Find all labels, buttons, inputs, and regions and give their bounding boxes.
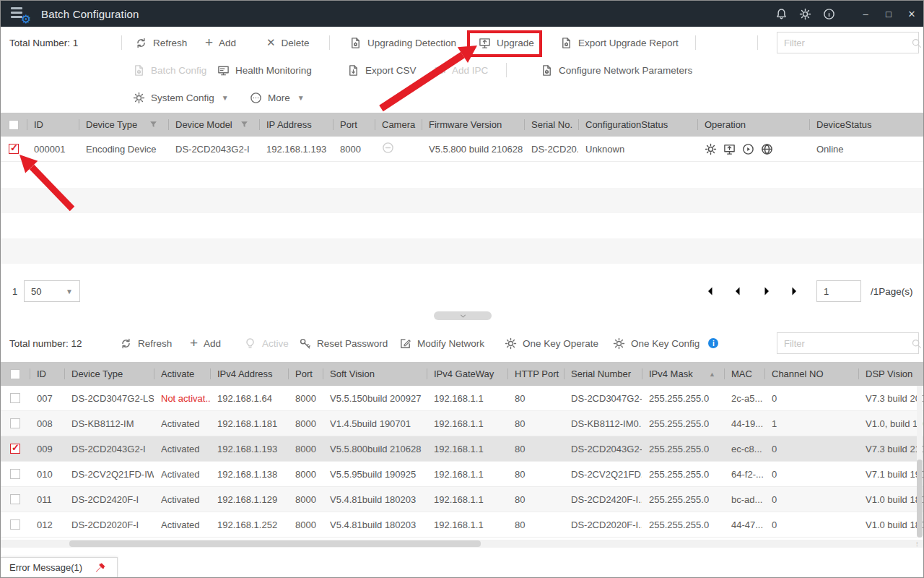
table2-col-ipv4[interactable]: IPv4 Address xyxy=(210,362,288,386)
table2-col-http-port[interactable]: HTTP Port xyxy=(507,362,564,386)
first-page-button[interactable] xyxy=(702,285,715,298)
maximize-button[interactable]: □ xyxy=(877,1,900,27)
row-checkbox[interactable] xyxy=(10,494,20,504)
table2-col-activate[interactable]: Activate xyxy=(154,362,210,386)
table1-col-serial[interactable]: Serial No. xyxy=(524,113,578,137)
modify-network-button[interactable]: Modify Network xyxy=(399,329,484,357)
table1-col-ip[interactable]: IP Address xyxy=(259,113,333,137)
table2-col-device-type[interactable]: Device Type xyxy=(64,362,154,386)
vertical-scrollbar[interactable] xyxy=(917,386,923,538)
minimize-button[interactable]: – xyxy=(854,1,877,27)
table2-col-id[interactable]: ID xyxy=(30,362,64,386)
upgrade-button[interactable]: Upgrade xyxy=(479,29,534,56)
table1-col-firmware[interactable]: Firmware Version xyxy=(422,113,524,137)
upgrading-detection-button[interactable]: Upgrading Detection xyxy=(349,29,456,56)
batch-config-button[interactable]: Batch Config xyxy=(133,56,206,84)
table1-col-config-status[interactable]: ConfigurationStatus xyxy=(578,113,697,137)
notifications-button[interactable] xyxy=(770,1,793,27)
table2-col-soft-vision[interactable]: Soft Vision xyxy=(323,362,427,386)
chevron-down-icon: ▼ xyxy=(297,94,305,102)
table2-select-all-checkbox[interactable] xyxy=(10,369,20,379)
activate-status: Activated xyxy=(154,494,210,505)
chevron-down-icon: ▼ xyxy=(222,94,229,102)
x-icon: ✕ xyxy=(266,36,276,49)
table1-col-device-status[interactable]: DeviceStatus xyxy=(809,113,923,137)
table2-col-ipv4-mask[interactable]: IPv4 Mask ▲ xyxy=(642,362,724,386)
delete-button[interactable]: ✕ Delete xyxy=(266,29,310,56)
export-csv-button[interactable]: Export CSV xyxy=(347,56,417,84)
device-filter-input[interactable] xyxy=(784,338,911,349)
upgrade-device-icon[interactable] xyxy=(723,143,736,155)
add-ipc-button[interactable]: Add IPC xyxy=(434,56,488,84)
one-key-config-button[interactable]: One Key Config i xyxy=(613,329,718,357)
table2-col-gateway[interactable]: IPv4 GateWay xyxy=(427,362,507,386)
table2-col-mac[interactable]: MAC xyxy=(724,362,764,386)
export-upgrade-report-button[interactable]: Export Upgrade Report xyxy=(560,29,679,56)
row-checkbox[interactable] xyxy=(9,144,19,154)
gear-icon xyxy=(133,92,145,104)
document-gear-icon xyxy=(560,37,572,49)
scrollbar-thumb[interactable] xyxy=(917,460,923,538)
more-button[interactable]: More ▼ xyxy=(250,84,305,111)
active-button[interactable]: Active xyxy=(244,329,289,357)
settings-button[interactable] xyxy=(793,1,817,27)
info-dot-icon[interactable]: i xyxy=(708,338,718,348)
refresh-button[interactable]: Refresh xyxy=(120,329,172,357)
table-row[interactable]: 010 DS-2CV2Q21FD-IW Activated 192.168.1.… xyxy=(1,462,923,487)
row-checkbox[interactable] xyxy=(10,469,20,479)
row-checkbox[interactable] xyxy=(10,393,20,403)
add-button[interactable]: + Add xyxy=(205,29,236,56)
configure-network-parameters-button[interactable]: Configure Network Parameters xyxy=(541,56,692,84)
table-row[interactable]: 008 DS-KB8112-IM Activated 192.168.1.181… xyxy=(1,411,923,436)
horizontal-scrollbar[interactable] xyxy=(1,540,923,548)
remote-config-gear-icon[interactable] xyxy=(705,143,717,155)
document-arrow-icon xyxy=(347,64,359,77)
error-message-tab[interactable]: Error Message(1) xyxy=(1,557,118,577)
one-key-operate-button[interactable]: One Key Operate xyxy=(505,329,598,357)
document-gear-icon xyxy=(541,64,553,77)
row-checkbox[interactable] xyxy=(10,519,20,530)
pushpin-icon[interactable] xyxy=(95,562,106,573)
table-row[interactable]: 011 DS-2CD2420F-I Activated 192.168.1.12… xyxy=(1,487,923,512)
about-button[interactable] xyxy=(817,1,841,27)
panel-splitter-handle[interactable] xyxy=(434,311,492,320)
table-row-selected[interactable]: 009 DS-2CD2043G2-I Activated 192.168.1.1… xyxy=(1,436,923,462)
health-monitoring-button[interactable]: Health Monitoring xyxy=(217,56,312,84)
device-filter-input[interactable] xyxy=(784,38,911,48)
app-logo-icon: ⚙ xyxy=(11,6,30,22)
batch-configuration-window: { "titlebar": { "title": "Batch Configur… xyxy=(0,0,924,578)
table1-col-camera[interactable]: Camera xyxy=(375,113,422,137)
table1-col-device-type[interactable]: Device Type xyxy=(79,113,168,137)
row-checkbox[interactable] xyxy=(10,418,20,428)
table2-col-dsp[interactable]: DSP Vision xyxy=(858,362,924,386)
refresh-button[interactable]: Refresh xyxy=(135,29,187,56)
system-config-button[interactable]: System Config ▼ xyxy=(133,84,229,111)
total-pages-label: /1Page(s) xyxy=(871,277,913,305)
close-button[interactable]: ✕ xyxy=(900,1,923,27)
reset-password-button[interactable]: Reset Password xyxy=(299,329,388,357)
add-button[interactable]: + Add xyxy=(190,329,221,357)
last-page-button[interactable] xyxy=(789,285,802,298)
table1-col-id[interactable]: ID xyxy=(27,113,79,137)
table2-col-serial[interactable]: Serial Number xyxy=(564,362,642,386)
table2-col-port[interactable]: Port xyxy=(288,362,323,386)
next-page-button[interactable] xyxy=(760,285,773,298)
table1-col-device-model[interactable]: Device Model xyxy=(168,113,259,137)
table2-col-channel[interactable]: Channel NO xyxy=(764,362,858,386)
table1-col-port[interactable]: Port xyxy=(333,113,375,137)
row-checkbox[interactable] xyxy=(10,444,20,454)
chevron-down-icon xyxy=(458,311,468,321)
table-row[interactable]: 000001 Encoding Device DS-2CD2043G2-I 19… xyxy=(1,137,923,162)
play-icon[interactable] xyxy=(742,143,754,155)
web-browse-icon[interactable] xyxy=(761,143,773,155)
table1-select-all-checkbox[interactable] xyxy=(9,120,19,130)
table1-col-operation[interactable]: Operation xyxy=(697,113,809,137)
scrollbar-thumb[interactable] xyxy=(69,540,481,547)
previous-page-button[interactable] xyxy=(731,285,744,298)
table-row[interactable]: 007 DS-2CD3047G2-LS Not activat... 192.1… xyxy=(1,386,923,411)
filter-funnel-icon[interactable] xyxy=(240,120,249,129)
table-row[interactable]: 012 DS-2CD2020F-I Activated 192.168.1.25… xyxy=(1,512,923,538)
page-number-input[interactable] xyxy=(816,280,861,302)
filter-funnel-icon[interactable] xyxy=(149,120,158,129)
page-size-select[interactable]: 50 ▼ xyxy=(24,280,80,302)
